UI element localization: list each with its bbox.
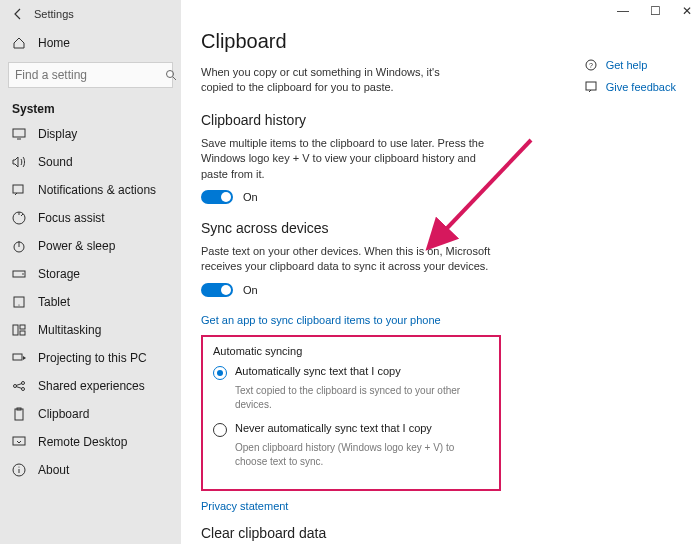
svg-line-19 xyxy=(16,387,22,389)
give-feedback-link[interactable]: Give feedback xyxy=(584,80,676,94)
svg-point-16 xyxy=(22,382,25,385)
sidebar-item-clipboard[interactable]: Clipboard xyxy=(0,400,181,428)
svg-rect-20 xyxy=(15,409,23,420)
history-heading: Clipboard history xyxy=(201,112,680,128)
svg-point-0 xyxy=(167,71,174,78)
svg-point-10 xyxy=(18,304,19,305)
svg-rect-14 xyxy=(13,354,22,360)
svg-rect-11 xyxy=(13,325,18,335)
radio-never-sync[interactable]: Never automatically sync text that I cop… xyxy=(213,422,489,437)
clear-heading: Clear clipboard data xyxy=(201,525,680,541)
sync-heading: Sync across devices xyxy=(201,220,680,236)
section-clear: Clear clipboard data Clear everything (e… xyxy=(201,525,680,544)
back-icon[interactable] xyxy=(10,6,26,22)
svg-point-25 xyxy=(18,466,19,467)
maximize-button[interactable]: ☐ xyxy=(646,4,664,18)
search-icon xyxy=(165,69,177,81)
right-links: ? Get help Give feedback xyxy=(584,58,676,94)
svg-rect-12 xyxy=(20,325,25,329)
search-input[interactable] xyxy=(15,68,165,82)
multitask-icon xyxy=(12,323,26,337)
sidebar-item-notifications[interactable]: Notifications & actions xyxy=(0,176,181,204)
privacy-link[interactable]: Privacy statement xyxy=(201,500,288,512)
feedback-icon xyxy=(584,80,598,94)
sidebar-item-storage[interactable]: Storage xyxy=(0,260,181,288)
history-desc: Save multiple items to the clipboard to … xyxy=(201,136,491,182)
focus-icon xyxy=(12,211,26,225)
remote-icon xyxy=(12,435,26,449)
radio-auto-sync-input[interactable] xyxy=(213,366,227,380)
shared-icon xyxy=(12,379,26,393)
project-icon xyxy=(12,351,26,365)
svg-rect-4 xyxy=(13,185,23,193)
power-icon xyxy=(12,239,26,253)
sidebar-item-projecting[interactable]: Projecting to this PC xyxy=(0,344,181,372)
section-sync: Sync across devices Paste text on your o… xyxy=(201,220,680,513)
automatic-syncing-group: Automatic syncing Automatically sync tex… xyxy=(201,335,501,491)
sidebar-item-display[interactable]: Display xyxy=(0,120,181,148)
sidebar-item-remote[interactable]: Remote Desktop xyxy=(0,428,181,456)
about-icon xyxy=(12,463,26,477)
window-title: Settings xyxy=(34,8,74,20)
storage-icon xyxy=(12,267,26,281)
sidebar-item-multitasking[interactable]: Multitasking xyxy=(0,316,181,344)
sidebar-item-sound[interactable]: Sound xyxy=(0,148,181,176)
svg-rect-28 xyxy=(586,82,596,90)
close-button[interactable]: ✕ xyxy=(678,4,696,18)
page-intro: When you copy or cut something in Window… xyxy=(201,65,461,96)
notifications-icon xyxy=(12,183,26,197)
sidebar-section-title: System xyxy=(0,96,181,120)
page-title: Clipboard xyxy=(201,30,680,53)
nav-list: Display Sound Notifications & actions Fo… xyxy=(0,120,181,484)
minimize-button[interactable]: — xyxy=(614,4,632,18)
radio-never-sync-hint: Open clipboard history (Windows logo key… xyxy=(235,441,489,469)
home-icon xyxy=(12,36,26,50)
svg-point-8 xyxy=(22,273,24,275)
svg-line-1 xyxy=(173,77,176,80)
radio-auto-sync-hint: Text copied to the clipboard is synced t… xyxy=(235,384,489,412)
sidebar: Settings Home System Display Sound Notif… xyxy=(0,0,181,544)
svg-point-15 xyxy=(14,385,17,388)
home-label: Home xyxy=(38,36,70,50)
svg-point-17 xyxy=(22,388,25,391)
radio-auto-sync[interactable]: Automatically sync text that I copy xyxy=(213,365,489,380)
sidebar-home[interactable]: Home xyxy=(0,28,181,58)
automatic-syncing-title: Automatic syncing xyxy=(213,345,489,357)
radio-never-sync-input[interactable] xyxy=(213,423,227,437)
main-content: — ☐ ✕ ? Get help Give feedback Clipboard… xyxy=(181,0,700,544)
sound-icon xyxy=(12,155,26,169)
sidebar-item-focus[interactable]: Focus assist xyxy=(0,204,181,232)
sync-desc: Paste text on your other devices. When t… xyxy=(201,244,491,275)
sync-app-link[interactable]: Get an app to sync clipboard items to yo… xyxy=(201,314,441,326)
svg-text:?: ? xyxy=(589,62,593,69)
search-box[interactable] xyxy=(8,62,173,88)
svg-rect-13 xyxy=(20,331,25,335)
display-icon xyxy=(12,127,26,141)
sidebar-item-power[interactable]: Power & sleep xyxy=(0,232,181,260)
svg-rect-22 xyxy=(13,437,25,445)
svg-line-18 xyxy=(16,384,22,386)
titlebar: Settings xyxy=(0,4,181,28)
help-icon: ? xyxy=(584,58,598,72)
sync-toggle-label: On xyxy=(243,284,258,296)
clipboard-icon xyxy=(12,407,26,421)
sync-toggle[interactable] xyxy=(201,283,233,297)
get-help-link[interactable]: ? Get help xyxy=(584,58,676,72)
sidebar-item-about[interactable]: About xyxy=(0,456,181,484)
history-toggle[interactable] xyxy=(201,190,233,204)
tablet-icon xyxy=(12,295,26,309)
svg-rect-2 xyxy=(13,129,25,137)
window-controls: — ☐ ✕ xyxy=(614,4,696,18)
sidebar-item-shared[interactable]: Shared experiences xyxy=(0,372,181,400)
section-history: Clipboard history Save multiple items to… xyxy=(201,112,680,204)
sidebar-item-tablet[interactable]: Tablet xyxy=(0,288,181,316)
history-toggle-label: On xyxy=(243,191,258,203)
